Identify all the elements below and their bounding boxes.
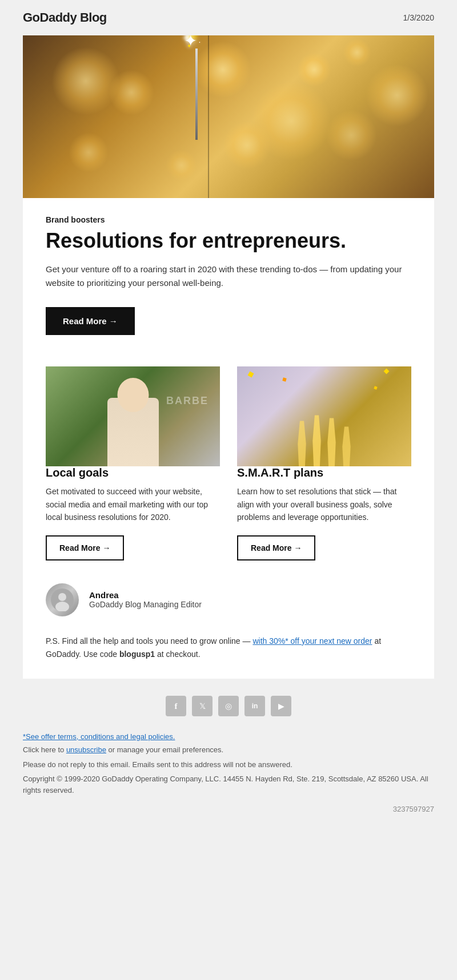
twitter-icon[interactable]: 𝕏 [192, 696, 213, 716]
svg-point-1 [58, 593, 66, 601]
smart-plans-article: S.M.A.R.T plans Learn how to set resolut… [237, 366, 411, 560]
footer-links: *See offer terms, conditions and legal p… [23, 732, 434, 796]
local-goals-title: Local goals [46, 466, 220, 479]
ps-text-after: at checkout. [157, 650, 201, 659]
instagram-icon[interactable]: ◎ [218, 696, 239, 716]
ps-section: P.S. Find all the help and tools you nee… [23, 628, 434, 679]
tracking-id: 3237597927 [23, 799, 434, 813]
bokeh-overlay [23, 35, 434, 198]
ps-offer-link[interactable]: with 30%* off your next new order [252, 636, 372, 646]
date: 1/3/2020 [403, 13, 435, 22]
unsubscribe-text: Click here to unsubscribe or manage your… [23, 744, 434, 756]
local-goals-description: Get motivated to succeed with your websi… [46, 485, 220, 523]
no-reply-text: Please do not reply to this email. Email… [23, 759, 434, 771]
author-avatar [46, 583, 79, 616]
sparkler-image: ✦ · · ✦ · ✦ [195, 49, 198, 140]
youtube-icon[interactable]: ▶ [271, 696, 291, 716]
read-more-local-button[interactable]: Read More → [46, 535, 124, 560]
read-more-primary-button[interactable]: Read More → [46, 307, 135, 335]
social-icons-group: f 𝕏 ◎ in ▶ [23, 696, 434, 716]
author-info: Andrea GoDaddy Blog Managing Editor [89, 590, 202, 609]
unsubscribe-link[interactable]: unsubscribe [66, 745, 106, 754]
ps-code: blogusp1 [119, 650, 155, 659]
read-more-smart-button[interactable]: Read More → [237, 535, 315, 560]
ps-text-before: P.S. Find all the help and tools you nee… [46, 636, 251, 646]
email-footer: f 𝕏 ◎ in ▶ *See offer terms, conditions … [0, 679, 457, 825]
facebook-icon[interactable]: f [166, 696, 186, 716]
main-content-section: Brand boosters Resolutions for entrepren… [23, 198, 434, 366]
hero-image: ✦ · · ✦ · ✦ [23, 35, 434, 198]
local-goals-article: BARBE Local goals Get motivated to succe… [46, 366, 220, 560]
two-column-section: BARBE Local goals Get motivated to succe… [23, 366, 434, 571]
linkedin-icon[interactable]: in [244, 696, 265, 716]
vertical-line [208, 35, 209, 198]
email-body: ✦ · · ✦ · ✦ Brand boosters Resolutions f… [23, 35, 434, 679]
brand-label: Brand boosters [46, 215, 411, 224]
smart-plans-title: S.M.A.R.T plans [237, 466, 411, 479]
main-title: Resolutions for entrepreneurs. [46, 229, 411, 252]
author-section: Andrea GoDaddy Blog Managing Editor [23, 572, 434, 628]
author-role: GoDaddy Blog Managing Editor [89, 600, 202, 609]
local-goals-image: BARBE [46, 366, 220, 466]
email-header: GoDaddy Blog 1/3/2020 [0, 0, 457, 35]
smart-plans-description: Learn how to set resolutions that stick … [237, 485, 411, 523]
copyright-text: Copyright © 1999-2020 GoDaddy Operating … [23, 773, 434, 796]
author-name: Andrea [89, 590, 202, 600]
legal-link[interactable]: *See offer terms, conditions and legal p… [23, 732, 434, 741]
main-description: Get your venture off to a roaring start … [46, 263, 411, 290]
logo: GoDaddy Blog [23, 10, 107, 25]
smart-plans-image [237, 366, 411, 466]
